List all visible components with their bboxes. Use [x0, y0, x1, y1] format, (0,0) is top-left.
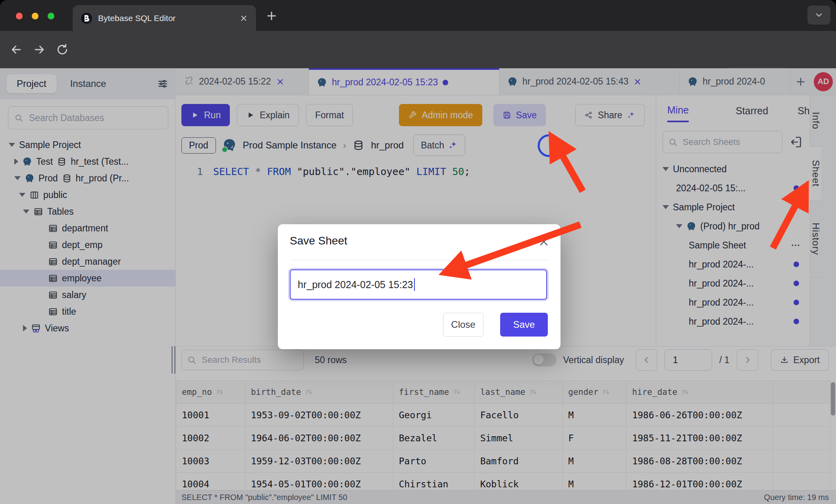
result-cell[interactable]: Koblick — [474, 473, 562, 491]
result-cell[interactable]: Georgi — [393, 404, 474, 427]
caret-right-icon[interactable] — [23, 325, 27, 331]
caret-down-icon[interactable] — [676, 224, 682, 228]
window-close-button[interactable] — [16, 13, 23, 19]
rail-tab-sheet[interactable]: Sheet — [810, 147, 821, 200]
column-header-gender[interactable]: gender — [562, 381, 626, 404]
result-cell[interactable]: 10002 — [176, 427, 245, 450]
sheet-item-menu-icon[interactable] — [790, 240, 801, 250]
user-avatar[interactable]: AD — [814, 72, 833, 91]
result-cell[interactable]: Chirstian — [393, 473, 474, 491]
caret-down-icon[interactable] — [19, 193, 25, 197]
tree-item-dept-emp[interactable]: dept_emp — [0, 237, 176, 253]
next-page-button[interactable] — [737, 349, 758, 371]
format-button[interactable]: Format — [306, 104, 353, 126]
database-name[interactable]: hr_prod — [371, 140, 404, 151]
result-cell[interactable]: 1953-09-02T00:00:00Z — [245, 404, 393, 427]
sheet-tab[interactable]: hr_prod 2024-0 — [680, 68, 791, 95]
admin-mode-button[interactable]: Admin mode — [399, 104, 482, 126]
database-search-input[interactable] — [28, 112, 162, 124]
tree-item-sample-project[interactable]: Sample Project — [0, 137, 176, 153]
back-icon[interactable] — [10, 43, 23, 56]
result-cell[interactable]: Parto — [393, 450, 474, 473]
caret-right-icon[interactable] — [14, 158, 18, 165]
result-cell[interactable]: 10003 — [176, 450, 245, 473]
sql-editor-line[interactable]: 1 SELECT * FROM "public"."employee" LIMI… — [176, 163, 656, 180]
result-cell[interactable]: M — [562, 404, 626, 427]
page-number-input[interactable] — [665, 349, 712, 371]
sheet-list-item[interactable]: Unconnected — [656, 160, 810, 179]
caret-down-icon[interactable] — [23, 210, 29, 214]
sheet-tab[interactable]: 2024-02-05 15:22 — [176, 68, 309, 95]
result-cell[interactable]: 1986-08-28T00:00:00Z — [626, 450, 773, 473]
modal-save-button[interactable]: Save — [500, 313, 548, 337]
result-cell[interactable]: 1954-05-01T00:00:00Z — [245, 473, 393, 491]
result-cell[interactable]: 10001 — [176, 404, 245, 427]
result-cell[interactable]: 1986-06-26T00:00:00Z — [626, 404, 773, 427]
sheet-list-item[interactable]: (Prod) hr_prod — [656, 217, 810, 236]
browser-tab[interactable]: Bytebase SQL Editor — [73, 5, 256, 31]
column-header-first_name[interactable]: first_name — [393, 381, 474, 404]
sidebar-resize-handle[interactable] — [171, 346, 175, 374]
result-cell[interactable]: 1986-12-01T00:00:00Z — [626, 473, 773, 491]
result-cell[interactable]: 1959-12-03T00:00:00Z — [245, 450, 393, 473]
sheet-list-item[interactable]: hr_prod 2024-... — [656, 293, 810, 312]
sheets-tab-starred[interactable]: Starred — [736, 105, 768, 121]
result-cell[interactable]: Bezalel — [393, 427, 474, 450]
window-minimize-button[interactable] — [32, 13, 39, 19]
sheet-list-item[interactable]: Sample Project — [656, 198, 810, 217]
instance-name[interactable]: Prod Sample Instance — [243, 140, 337, 151]
tree-item-dept-manager[interactable]: dept_manager — [0, 253, 176, 270]
sheet-tab-close-icon[interactable] — [633, 77, 642, 86]
sheet-list-item[interactable]: Sample Sheet — [656, 236, 810, 255]
column-header-birth_date[interactable]: birth_date — [245, 381, 393, 404]
sheet-search[interactable] — [663, 131, 782, 153]
result-cell[interactable]: 1985-11-21T00:00:00Z — [626, 427, 773, 450]
sheet-list-item[interactable]: hr_prod 2024-... — [656, 312, 810, 331]
run-button[interactable]: Run — [181, 104, 230, 126]
prev-page-button[interactable] — [636, 349, 657, 371]
rail-tab-info[interactable]: Info — [810, 95, 821, 147]
result-cell[interactable]: M — [562, 450, 626, 473]
caret-down-icon[interactable] — [14, 176, 21, 180]
tree-item-prod[interactable]: Prodhr_prod (Pr... — [0, 170, 176, 187]
sheets-tab-mine[interactable]: Mine — [667, 104, 689, 122]
tree-item-public[interactable]: public — [0, 187, 176, 203]
result-cell[interactable]: F — [562, 427, 626, 450]
sheet-name-input[interactable]: hr_prod 2024-02-05 15:23 — [290, 269, 547, 300]
tree-item-employee[interactable]: employee — [0, 270, 176, 287]
result-cell[interactable]: 10004 — [176, 473, 245, 491]
reload-icon[interactable] — [56, 43, 69, 56]
result-cell[interactable]: Bamford — [474, 450, 562, 473]
forward-icon[interactable] — [33, 43, 46, 56]
export-button[interactable]: Export — [771, 349, 829, 371]
tree-item-tables[interactable]: Tables — [0, 203, 176, 220]
filter-settings-icon[interactable] — [157, 78, 169, 90]
import-sheet-icon[interactable] — [789, 135, 803, 149]
tree-item-department[interactable]: department — [0, 220, 176, 237]
rail-tab-history[interactable]: History — [810, 200, 821, 278]
results-search[interactable] — [181, 350, 304, 370]
tab-instance[interactable]: Instance — [70, 78, 106, 89]
modal-close-icon[interactable] — [538, 236, 549, 247]
tab-close-icon[interactable] — [239, 14, 248, 23]
sheet-tab[interactable]: hr_prod 2024-02-05 15:43 — [499, 68, 680, 95]
batch-button[interactable]: Batch — [413, 135, 465, 156]
tree-item-views[interactable]: Views — [0, 320, 176, 337]
column-header-last_name[interactable]: last_name — [474, 381, 562, 404]
results-scrollbar[interactable] — [831, 382, 835, 416]
sheet-search-input[interactable] — [682, 137, 777, 148]
result-cell[interactable]: Facello — [474, 404, 562, 427]
caret-down-icon[interactable] — [663, 205, 669, 209]
modal-close-button[interactable]: Close — [443, 313, 483, 337]
sheet-list-item[interactable]: hr_prod 2024-... — [656, 274, 810, 293]
new-tab-icon[interactable] — [265, 10, 278, 22]
result-cell[interactable]: 1964-06-02T00:00:00Z — [245, 427, 393, 450]
tab-project[interactable]: Project — [6, 74, 57, 93]
environment-chip[interactable]: Prod — [181, 137, 216, 154]
save-button[interactable]: Save — [493, 104, 546, 126]
results-search-input[interactable] — [201, 354, 299, 365]
sheet-tab[interactable]: hr_prod 2024-02-05 15:23 — [309, 68, 499, 95]
caret-down-icon[interactable] — [9, 143, 15, 147]
window-zoom-button[interactable] — [48, 13, 54, 19]
explain-button[interactable]: Explain — [237, 104, 299, 126]
